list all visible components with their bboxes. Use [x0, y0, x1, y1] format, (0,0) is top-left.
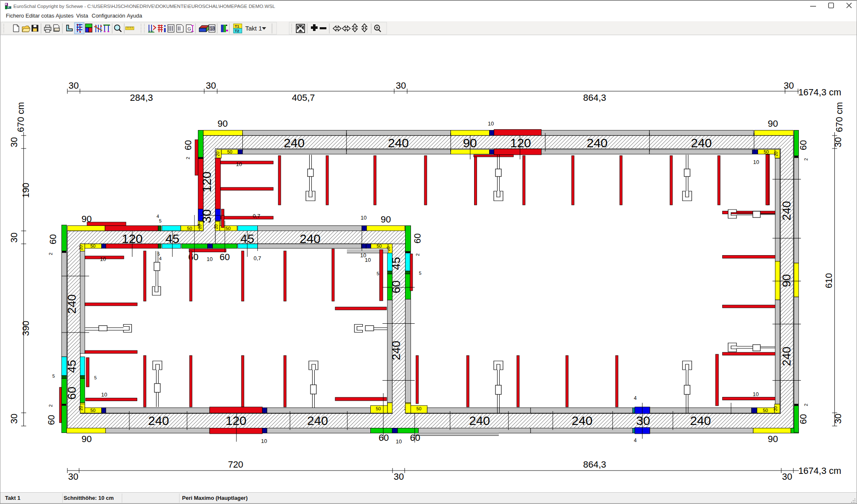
svg-text:50: 50 — [90, 243, 95, 248]
svg-text:2: 2 — [185, 157, 190, 159]
svg-text:60: 60 — [48, 234, 58, 244]
svg-text:10: 10 — [365, 257, 371, 263]
svg-text:240: 240 — [284, 136, 305, 150]
svg-text:10: 10 — [753, 391, 759, 397]
svg-text:60: 60 — [390, 280, 403, 293]
svg-text:120: 120 — [510, 136, 531, 150]
svg-text:90: 90 — [218, 118, 228, 129]
svg-text:4: 4 — [634, 395, 637, 401]
svg-text:50: 50 — [227, 149, 232, 154]
svg-text:2: 2 — [415, 253, 420, 256]
svg-text:20: 20 — [216, 151, 220, 156]
svg-text:190: 190 — [21, 183, 31, 198]
svg-text:10: 10 — [100, 256, 106, 262]
svg-text:45: 45 — [65, 360, 78, 373]
svg-text:10: 10 — [101, 391, 107, 398]
svg-text:50: 50 — [226, 226, 231, 231]
svg-text:20: 20 — [79, 406, 83, 411]
svg-text:10: 10 — [361, 215, 367, 221]
svg-text:G: G — [187, 26, 191, 31]
svg-text:4: 4 — [159, 256, 162, 261]
svg-text:30: 30 — [200, 209, 213, 223]
svg-text:240: 240 — [65, 294, 78, 314]
svg-text:1674,3 cm: 1674,3 cm — [798, 466, 842, 476]
svg-text:390: 390 — [21, 321, 31, 336]
svg-text:5: 5 — [377, 271, 379, 276]
svg-text:2: 2 — [48, 404, 53, 407]
svg-text:60: 60 — [798, 140, 808, 150]
svg-text:240: 240 — [307, 414, 328, 427]
svg-text:120: 120 — [226, 414, 246, 427]
svg-text:240: 240 — [390, 341, 403, 361]
svg-text:60: 60 — [46, 415, 56, 425]
svg-text:864,3: 864,3 — [583, 92, 606, 103]
svg-text:4: 4 — [634, 437, 637, 443]
svg-text:670 cm: 670 cm — [834, 102, 844, 132]
svg-text:T2: T2 — [235, 29, 239, 33]
svg-text:240: 240 — [780, 347, 793, 366]
svg-text:30: 30 — [9, 414, 19, 424]
svg-text:45: 45 — [165, 232, 179, 246]
svg-text:240: 240 — [690, 414, 711, 427]
svg-text:60: 60 — [798, 414, 808, 424]
svg-text:5: 5 — [52, 374, 55, 379]
svg-text:10: 10 — [207, 256, 213, 262]
svg-text:60: 60 — [220, 252, 230, 262]
svg-text:5: 5 — [159, 218, 162, 223]
svg-text:240: 240 — [388, 136, 409, 150]
svg-text:90: 90 — [768, 118, 778, 129]
svg-text:30: 30 — [9, 233, 19, 243]
svg-text:50: 50 — [763, 408, 768, 413]
svg-text:50: 50 — [764, 149, 769, 154]
svg-text:50: 50 — [416, 406, 421, 411]
svg-text:10: 10 — [488, 120, 494, 127]
svg-text:90: 90 — [768, 434, 778, 444]
svg-text:0,7: 0,7 — [253, 213, 260, 219]
svg-text:20: 20 — [198, 224, 202, 229]
svg-text:10: 10 — [236, 161, 242, 167]
svg-text:10: 10 — [753, 159, 759, 165]
svg-text:30: 30 — [9, 137, 19, 147]
svg-text:T1: T1 — [235, 24, 239, 28]
svg-text:20: 20 — [773, 406, 778, 411]
svg-text:50: 50 — [377, 243, 382, 248]
svg-text:120: 120 — [200, 171, 213, 192]
svg-text:60: 60 — [65, 386, 78, 399]
svg-text:284,3: 284,3 — [130, 92, 153, 103]
svg-text:60: 60 — [412, 233, 423, 243]
svg-text:$B: $B — [210, 26, 216, 31]
svg-text:30: 30 — [833, 414, 843, 424]
svg-text:30: 30 — [69, 80, 79, 91]
svg-text:10: 10 — [261, 438, 267, 444]
svg-text:240: 240 — [572, 414, 593, 427]
svg-text:30: 30 — [784, 80, 794, 91]
svg-text:45: 45 — [240, 232, 254, 246]
svg-text:30: 30 — [833, 137, 843, 147]
svg-text:240: 240 — [780, 201, 793, 221]
svg-text:240: 240 — [300, 232, 321, 246]
svg-text:30: 30 — [396, 80, 406, 91]
svg-text:60: 60 — [183, 140, 193, 150]
svg-text:864,3: 864,3 — [583, 459, 606, 470]
svg-text:240: 240 — [691, 136, 712, 150]
svg-text:405,7: 405,7 — [292, 92, 315, 103]
svg-text:5: 5 — [94, 375, 97, 380]
svg-text:240: 240 — [587, 136, 608, 150]
svg-text:30: 30 — [782, 471, 792, 482]
svg-text:50: 50 — [90, 408, 95, 413]
svg-text:610: 610 — [824, 273, 834, 289]
svg-text:45: 45 — [390, 257, 403, 270]
svg-text:1674,3 cm: 1674,3 cm — [798, 87, 842, 97]
svg-text:0,7: 0,7 — [254, 255, 261, 261]
svg-text:240: 240 — [469, 414, 490, 427]
svg-text:50: 50 — [187, 226, 192, 231]
svg-text:20: 20 — [214, 224, 218, 229]
svg-text:Takt 1: Takt 1 — [245, 25, 262, 32]
svg-text:240: 240 — [148, 414, 169, 427]
svg-text:2: 2 — [803, 158, 808, 161]
svg-text:30: 30 — [394, 471, 404, 482]
svg-text:5: 5 — [419, 271, 421, 276]
svg-text:2: 2 — [803, 404, 808, 406]
svg-text:60: 60 — [379, 432, 389, 443]
svg-text:30: 30 — [68, 471, 78, 482]
